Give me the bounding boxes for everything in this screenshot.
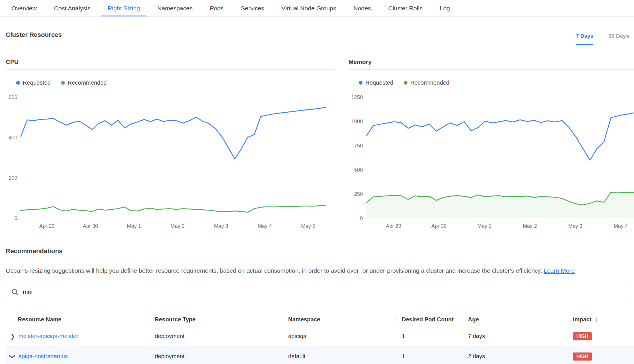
table-row[interactable]: ❯apiqa-nostradamusdeploymentdefault12 da… [6,346,634,364]
cpu-chart: CPURequestedRecommended0200400600Apr 29A… [6,58,335,231]
tab-cluster-rolls[interactable]: Cluster Rolls [380,0,431,16]
cluster-resources-title: Cluster Resources [6,31,62,45]
column-header-impact[interactable]: Impact↓ [568,313,634,326]
column-header-resource-name[interactable]: Resource Name [6,313,150,326]
resource-name-cell: ❯meister-apiciqa-meister [6,333,150,340]
charts-row: CPURequestedRecommended0200400600Apr 29A… [6,58,634,231]
range-30-days[interactable]: 30 Days [608,33,629,45]
tab-nodes[interactable]: Nodes [345,0,380,16]
tab-overview[interactable]: Overview [3,0,46,16]
namespace-cell: default [283,353,397,360]
namespace-cell: apiciqa [283,333,397,340]
chart-plot-memory: 025050075010001250Apr 29Apr 30May 1May 2… [348,90,634,231]
svg-text:1250: 1250 [351,94,363,100]
resource-type-cell: deployment [150,353,283,360]
table-row[interactable]: ❯meister-apiciqa-meisterdeploymentapiciq… [6,326,634,346]
svg-text:0: 0 [360,215,363,221]
chevron-down-icon[interactable]: ❯ [9,351,16,362]
legend-dot-icon [404,81,407,85]
column-header-namespace[interactable]: Namespace [283,313,397,326]
chart-title-cpu: CPU [6,58,335,70]
learn-more-link[interactable]: Learn More [544,267,575,274]
svg-text:Apr 30: Apr 30 [431,223,447,229]
tab-cost-analysis[interactable]: Cost Analysis [46,0,99,16]
memory-chart: MemoryRequestedRecommended02505007501000… [348,58,634,231]
svg-text:May 2: May 2 [171,223,185,229]
svg-text:May 3: May 3 [214,223,228,229]
age-cell: 7 days [463,333,568,340]
search-box [6,284,628,300]
svg-text:Apr 29: Apr 29 [386,223,401,229]
resource-name-cell: ❯apiqa-nostradamus [6,353,150,360]
svg-text:400: 400 [9,135,17,141]
legend-dot-icon [359,81,363,85]
svg-text:0: 0 [14,215,17,221]
svg-text:500: 500 [354,167,363,173]
svg-text:250: 250 [354,191,363,197]
range-7-days[interactable]: 7 Days [576,33,593,45]
tab-log[interactable]: Log [431,0,458,16]
svg-text:May 3: May 3 [568,223,582,229]
column-header-label: Resource Type [155,316,196,323]
tab-namespaces[interactable]: Namespaces [149,0,201,16]
chart-legend: RequestedRecommended [16,79,335,86]
svg-text:Apr 30: Apr 30 [83,223,98,229]
column-header-desired-pod-count[interactable]: Desired Pod Count [397,313,463,326]
legend-label: Requested [23,79,51,86]
sort-desc-icon[interactable]: ↓ [595,316,598,323]
legend-item-requested: Requested [359,79,393,86]
svg-text:May 2: May 2 [523,223,537,229]
chart-legend: RequestedRecommended [359,79,634,86]
column-header-resource-type[interactable]: Resource Type [150,313,283,326]
chart-title-memory: Memory [348,58,634,70]
desired-pod-count-cell: 1 [397,333,463,340]
legend-label: Recommended [68,79,107,86]
tab-pods[interactable]: Pods [201,0,232,16]
age-cell: 2 days [463,353,568,360]
svg-text:May 5: May 5 [301,223,315,229]
column-header-age[interactable]: Age [463,313,568,326]
column-header-label: Resource Name [18,316,61,323]
svg-text:Apr 29: Apr 29 [39,223,54,229]
search-input[interactable] [23,289,623,295]
resource-name-link[interactable]: meister-apiciqa-meister [18,333,78,340]
legend-label: Recommended [410,79,450,86]
page-content: Cluster Resources 7 Days30 Days CPUReque… [0,17,634,364]
resource-name-link[interactable]: apiqa-nostradamus [18,353,68,360]
legend-label: Requested [365,79,393,86]
tab-right-sizing[interactable]: Right Sizing [99,0,149,16]
svg-text:May 1: May 1 [477,223,491,229]
impact-badge: HIGH [573,352,592,361]
impact-cell: HIGH [568,352,634,361]
column-header-label: Namespace [288,316,320,323]
tab-virtual-node-groups[interactable]: Virtual Node Groups [273,0,345,16]
legend-item-recommended: Recommended [61,79,107,86]
search-icon [11,288,19,296]
chevron-right-icon[interactable]: ❯ [7,333,18,340]
cluster-resources-header: Cluster Resources 7 Days30 Days [6,17,634,45]
legend-dot-icon [61,81,65,85]
tab-services[interactable]: Services [232,0,273,16]
table-header-row: Resource NameResource TypeNamespaceDesir… [6,313,634,326]
svg-text:1000: 1000 [351,119,363,124]
svg-text:May 1: May 1 [127,223,141,229]
recommendations-description: Ocean's resizing suggestions will help y… [6,266,634,275]
column-header-label: Desired Pod Count [402,316,454,323]
column-header-label: Age [468,316,479,323]
recommendations-table: Resource NameResource TypeNamespaceDesir… [6,313,634,364]
impact-cell: HIGH [568,332,634,340]
svg-text:750: 750 [354,143,363,149]
date-range-toggle: 7 Days30 Days [576,33,629,45]
recommendations-title: Recommendations [6,247,634,255]
top-nav-tabs: OverviewCost AnalysisRight SizingNamespa… [0,0,634,17]
impact-badge: HIGH [573,332,592,340]
chart-plot-cpu: 0200400600Apr 29Apr 30May 1May 2May 3May… [6,90,335,231]
desired-pod-count-cell: 1 [397,353,463,360]
legend-dot-icon [16,81,20,85]
recommendations-description-text: Ocean's resizing suggestions will help y… [6,267,542,274]
column-header-label: Impact [573,316,591,323]
svg-text:200: 200 [9,175,17,181]
resource-type-cell: deployment [150,333,283,340]
legend-item-recommended: Recommended [404,79,450,86]
svg-text:May 4: May 4 [258,223,272,229]
